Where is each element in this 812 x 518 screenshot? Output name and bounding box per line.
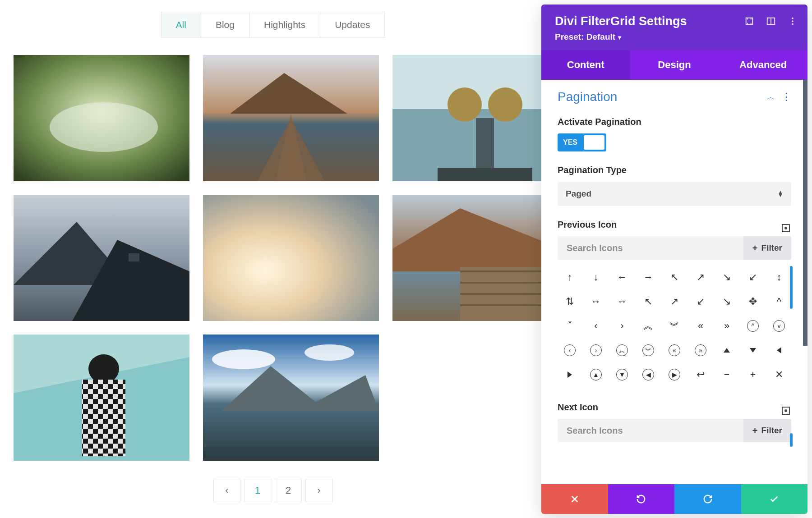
search-icons-input[interactable] — [558, 426, 743, 436]
icon-option[interactable]: ^ — [747, 320, 759, 332]
pagination-next[interactable]: › — [305, 479, 332, 502]
grid-thumb[interactable] — [14, 55, 189, 181]
svg-point-41 — [792, 23, 794, 25]
pagination-page-1[interactable]: 1 — [244, 479, 271, 502]
icon-option[interactable]: ‹ — [564, 344, 576, 356]
icon-option[interactable]: ↕ — [767, 266, 791, 289]
search-icons-input[interactable] — [558, 243, 743, 253]
grid-thumb[interactable] — [14, 335, 189, 461]
settings-panel: Divi FilterGrid Settings Preset: Default… — [541, 5, 807, 514]
svg-point-35 — [304, 344, 354, 361]
icon-option[interactable]: ↑ — [558, 266, 582, 289]
svg-point-34 — [212, 349, 275, 369]
svg-point-39 — [792, 18, 794, 19]
icon-option[interactable]: ↙ — [688, 290, 713, 313]
scrollbar-thumb[interactable] — [790, 266, 793, 309]
icon-option[interactable] — [715, 339, 739, 362]
gallery-area: All Blog Highlights Updates — [14, 12, 532, 502]
activate-pagination-label: Activate Pagination — [558, 117, 791, 127]
cancel-button[interactable] — [541, 484, 608, 514]
icon-option[interactable]: ▼ — [616, 369, 628, 380]
svg-point-43 — [785, 227, 787, 229]
scrollbar-thumb[interactable] — [803, 80, 807, 346]
icon-option[interactable]: « — [688, 315, 713, 337]
svg-point-8 — [448, 87, 482, 122]
icon-option[interactable] — [767, 339, 791, 362]
icon-option[interactable]: ⇅ — [558, 290, 582, 313]
icon-option[interactable]: ↖ — [662, 266, 687, 289]
icon-option[interactable]: ▶ — [669, 369, 680, 380]
section-pagination-head[interactable]: Pagination ︿ ⋮ — [558, 90, 791, 104]
icon-option[interactable]: ↖ — [636, 290, 660, 313]
reset-icon[interactable] — [780, 223, 791, 234]
icon-option[interactable]: ✥ — [741, 290, 765, 313]
grid-thumb[interactable] — [203, 195, 379, 321]
icon-option[interactable]: « — [669, 344, 680, 356]
filter-tabs: All Blog Highlights Updates — [14, 12, 532, 38]
icon-option[interactable]: v — [773, 320, 785, 332]
grid-thumb[interactable] — [203, 335, 379, 461]
tab-advanced[interactable]: Advanced — [719, 50, 807, 80]
kebab-icon[interactable] — [788, 16, 798, 26]
icon-option[interactable]: ← — [610, 266, 634, 289]
icon-option[interactable]: ↗ — [662, 290, 687, 313]
filter-tab-updates[interactable]: Updates — [320, 12, 385, 38]
icon-option[interactable]: ˅ — [558, 315, 582, 337]
icon-option[interactable]: → — [636, 266, 660, 289]
icon-option[interactable] — [741, 339, 765, 362]
icon-option[interactable]: ^ — [767, 290, 791, 313]
icon-option[interactable]: ↙ — [741, 266, 765, 289]
activate-pagination-toggle[interactable]: YES — [558, 133, 606, 151]
field-next-icon: Next Icon + Filter — [558, 402, 791, 442]
icon-option[interactable]: » — [695, 344, 706, 356]
icon-option[interactable]: ✕ — [767, 363, 791, 386]
kebab-icon[interactable]: ⋮ — [781, 91, 791, 103]
chevron-up-icon[interactable]: ︿ — [767, 92, 775, 102]
reset-icon[interactable] — [780, 405, 791, 416]
tab-design[interactable]: Design — [630, 50, 719, 80]
sort-icon: ▲▼ — [778, 191, 783, 197]
svg-rect-16 — [203, 195, 379, 321]
image-grid — [14, 55, 532, 461]
expand-icon[interactable] — [744, 16, 754, 26]
filter-button[interactable]: + Filter — [743, 419, 791, 442]
icon-option[interactable]: − — [715, 363, 739, 386]
filter-tab-all[interactable]: All — [161, 12, 201, 38]
icon-option[interactable]: ◀ — [642, 369, 654, 380]
pagination-type-select[interactable]: Paged ▲▼ — [558, 182, 791, 206]
icon-option[interactable]: » — [715, 315, 739, 337]
field-activate-pagination: Activate Pagination YES — [558, 117, 791, 151]
preset-selector[interactable]: Preset: Default▼ — [555, 32, 794, 42]
redo-button[interactable] — [674, 484, 741, 514]
icon-option[interactable]: ↘ — [715, 266, 739, 289]
tab-content[interactable]: Content — [541, 50, 630, 80]
scrollbar-thumb[interactable] — [790, 433, 793, 447]
icon-option[interactable]: ▲ — [590, 369, 602, 380]
pagination-page-2[interactable]: 2 — [275, 479, 302, 502]
icon-option[interactable]: ↩ — [688, 363, 713, 386]
icon-option[interactable]: › — [610, 315, 634, 337]
icon-option[interactable]: ↔ — [584, 290, 608, 313]
pagination-prev[interactable]: ‹ — [213, 479, 240, 502]
icon-option[interactable]: ↗ — [688, 266, 713, 289]
icon-option[interactable]: ↔ — [610, 290, 634, 313]
grid-thumb[interactable] — [14, 195, 189, 321]
icon-option[interactable]: ↓ — [584, 266, 608, 289]
icon-option[interactable]: ︽ — [636, 315, 660, 337]
filter-tab-blog[interactable]: Blog — [201, 12, 249, 38]
icon-option[interactable]: + — [741, 363, 765, 386]
icon-option[interactable] — [558, 363, 582, 386]
pagination-type-label: Pagination Type — [558, 165, 791, 175]
icon-option[interactable]: › — [590, 344, 602, 356]
icon-option[interactable]: ︽ — [616, 344, 628, 356]
icon-option[interactable]: ↘ — [715, 290, 739, 313]
columns-icon[interactable] — [766, 16, 776, 26]
undo-button[interactable] — [608, 484, 675, 514]
grid-thumb[interactable] — [203, 55, 379, 181]
icon-option[interactable]: ︾ — [662, 315, 687, 337]
save-button[interactable] — [741, 484, 808, 514]
filter-button[interactable]: + Filter — [743, 236, 791, 260]
icon-option[interactable]: ︾ — [642, 344, 654, 356]
filter-tab-highlights[interactable]: Highlights — [249, 12, 320, 38]
icon-option[interactable]: ‹ — [584, 315, 608, 337]
